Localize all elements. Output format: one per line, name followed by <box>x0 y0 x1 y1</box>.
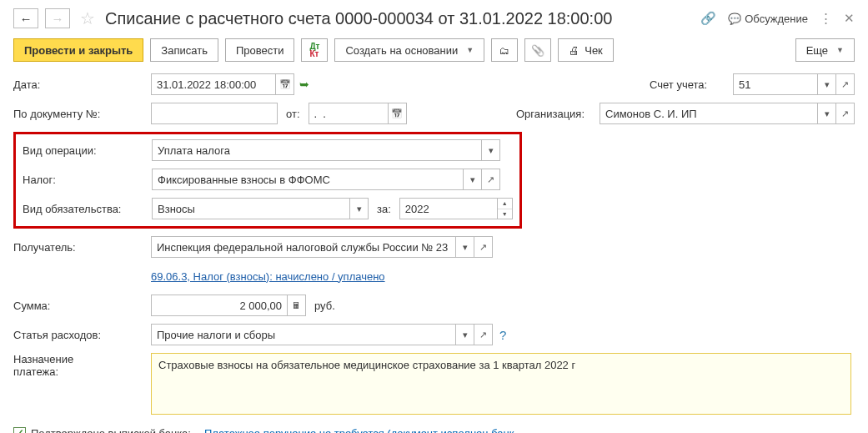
close-icon[interactable]: ✕ <box>844 11 855 26</box>
favorite-star-icon[interactable]: ☆ <box>80 8 95 28</box>
create-based-on-button[interactable]: Создать на основании ▼ <box>334 38 484 62</box>
calendar-icon <box>391 108 403 119</box>
date-label: Дата: <box>13 78 151 91</box>
currency-label: руб. <box>314 300 335 312</box>
org-label: Организация: <box>516 108 600 120</box>
tax-dropdown-button[interactable]: ▾ <box>464 169 482 190</box>
printer-icon <box>569 44 580 57</box>
dtkt-icon: ДтКт <box>309 43 319 58</box>
dt-kt-button[interactable]: ДтКт <box>301 38 328 62</box>
more-label: Еще <box>806 44 828 57</box>
recipient-dropdown-button[interactable]: ▾ <box>456 236 474 258</box>
docno-input[interactable] <box>151 103 278 124</box>
related-docs-button[interactable] <box>491 38 518 62</box>
attach-button[interactable] <box>524 38 551 62</box>
year-spinner[interactable]: ▲▼ <box>498 198 513 219</box>
tax-input[interactable] <box>152 169 464 190</box>
form: Дата: ➥ Счет учета: ▾ ↗ По документу №: … <box>13 73 855 433</box>
spin-up-icon[interactable]: ▲ <box>498 199 512 209</box>
optype-dropdown-button[interactable]: ▾ <box>482 139 500 161</box>
header: ← → ☆ Списание с расчетного счета 0000-0… <box>13 8 855 28</box>
spin-down-icon[interactable]: ▼ <box>498 209 512 219</box>
org-dropdown-button[interactable]: ▾ <box>818 103 836 124</box>
org-open-button[interactable]: ↗ <box>836 103 855 124</box>
docfrom-input[interactable] <box>309 103 389 124</box>
recipient-label: Получатель: <box>13 241 151 254</box>
from-label: от: <box>286 108 300 120</box>
help-icon[interactable]: ? <box>499 328 506 342</box>
toolbar: Провести и закрыть Записать Провести ДтК… <box>13 38 855 62</box>
more-button[interactable]: Еще ▼ <box>795 38 855 62</box>
obligation-label: Вид обязательства: <box>23 203 152 215</box>
date-extra-button[interactable]: ➥ <box>299 78 309 91</box>
nav-forward-button[interactable]: → <box>45 8 70 28</box>
account-open-button[interactable]: ↗ <box>836 73 855 95</box>
optype-input[interactable] <box>152 139 482 161</box>
obligation-input[interactable] <box>152 198 350 219</box>
save-button[interactable]: Записать <box>150 38 218 62</box>
account-dropdown-button[interactable]: ▾ <box>818 73 836 95</box>
recipient-open-button[interactable]: ↗ <box>474 236 493 258</box>
expense-dropdown-button[interactable]: ▾ <box>456 324 474 345</box>
discuss-button[interactable]: 💬 Обсуждение <box>728 13 808 25</box>
expense-open-button[interactable]: ↗ <box>474 324 493 345</box>
expense-input[interactable] <box>151 324 456 345</box>
payorder-note-link[interactable]: Платежное поручение не требуется (докуме… <box>204 427 524 434</box>
recipient-input[interactable] <box>151 236 456 258</box>
purpose-label: Назначение платежа: <box>13 353 151 378</box>
post-and-close-button[interactable]: Провести и закрыть <box>13 38 143 62</box>
confirmed-checkbox[interactable]: ✓ <box>13 427 26 434</box>
link-icon[interactable]: 🔗 <box>700 11 716 26</box>
discuss-label: Обсуждение <box>745 13 808 25</box>
tax-open-button[interactable]: ↗ <box>482 169 500 190</box>
related-icon <box>499 44 509 57</box>
paperclip-icon <box>531 44 544 57</box>
org-input[interactable] <box>600 103 818 124</box>
nav-back-button[interactable]: ← <box>13 8 38 28</box>
account-label: Счет учета: <box>650 78 733 91</box>
chevron-down-icon: ▼ <box>466 46 474 54</box>
confirmed-label: Подтверждено выпиской банка: <box>31 427 191 434</box>
expense-label: Статья расходов: <box>13 329 151 341</box>
sum-input[interactable] <box>151 295 288 316</box>
calendar-icon <box>279 79 291 90</box>
highlighted-block: Вид операции: ▾ Налог: ▾ ↗ Вид обязатель… <box>13 132 522 229</box>
page-title: Списание с расчетного счета 0000-000034 … <box>105 9 694 28</box>
sum-label: Сумма: <box>13 300 151 312</box>
tax-label: Налог: <box>23 174 152 186</box>
docfrom-calendar-button[interactable] <box>389 103 407 124</box>
obligation-dropdown-button[interactable]: ▾ <box>350 198 369 219</box>
date-calendar-button[interactable] <box>276 73 294 95</box>
post-button[interactable]: Провести <box>225 38 295 62</box>
year-input[interactable] <box>399 198 498 219</box>
cheque-button[interactable]: Чек <box>558 38 614 62</box>
optype-label: Вид операции: <box>23 144 152 157</box>
date-input[interactable] <box>151 73 276 95</box>
account-correspondence-link[interactable]: 69.06.3, Налог (взносы): начислено / упл… <box>151 270 385 283</box>
chevron-down-icon: ▼ <box>836 46 844 54</box>
create-based-label: Создать на основании <box>345 44 458 57</box>
for-label: за: <box>377 203 391 215</box>
bydoc-label: По документу №: <box>13 108 151 120</box>
chat-icon: 💬 <box>728 13 741 25</box>
account-input[interactable] <box>733 73 818 95</box>
cheque-label: Чек <box>585 44 603 57</box>
purpose-textarea[interactable] <box>151 353 851 415</box>
sum-calc-button[interactable]: 🖩 <box>288 295 306 316</box>
more-menu-icon[interactable]: ⋮ <box>820 11 832 26</box>
